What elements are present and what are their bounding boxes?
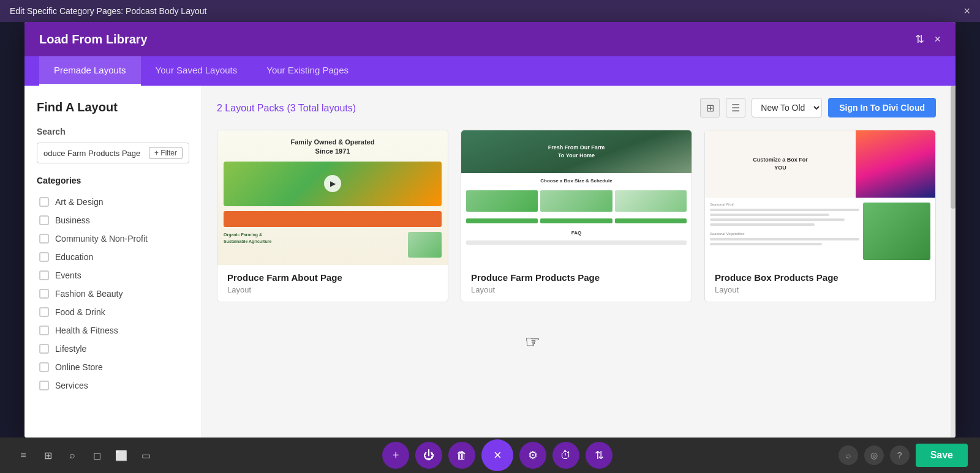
card-image-produce-farm-about: Family Owned & OperatedSince 1971 ▶ Orga… [217,130,448,265]
toolbar-help-button[interactable]: ? [890,445,910,465]
category-checkbox-events[interactable] [39,270,49,280]
category-label: Events [55,270,81,280]
main-content: 2 Layout Packs (3 Total layouts) ⊞ ☰ New… [202,86,951,438]
category-checkbox-lifestyle[interactable] [39,344,49,354]
search-box: + Filter [37,143,189,163]
tab-existing-pages[interactable]: Your Existing Pages [252,56,363,86]
modal-scrollbar-thumb [951,86,956,209]
card-type: Layout [715,285,925,294]
card-info: Produce Farm About Page Layout [217,265,448,302]
sort-select[interactable]: New To Old Old To New A to Z Z to A [752,98,822,117]
category-checkbox-online-store[interactable] [39,362,49,372]
category-checkbox-community[interactable] [39,234,49,244]
card-info: Produce Box Products Page Layout [705,265,935,302]
card-image-produce-box-products: Customize a Box ForYOU Seasonal Fruit [705,130,935,265]
toolbar-add-button[interactable]: + [382,442,409,469]
category-label: Health & Fitness [55,326,118,335]
toolbar-search-button[interactable]: ⌕ [61,444,83,466]
toolbar-center: + ⏻ 🗑 × ⚙ ⏱ ⇅ [382,439,612,471]
category-item-online-store[interactable]: Online Store [37,358,189,376]
card-title: Produce Farm About Page [227,272,438,283]
category-checkbox-food[interactable] [39,307,49,317]
category-item-education[interactable]: Education [37,248,189,266]
toolbar-mobile-button[interactable]: ▭ [135,444,157,466]
sign-in-cloud-button[interactable]: Sign In To Divi Cloud [828,98,936,117]
category-checkbox-health[interactable] [39,326,49,335]
card-title: Produce Farm Products Page [471,272,682,283]
search-label: Search [37,127,189,136]
grid-view-button[interactable]: ⊞ [700,98,720,117]
toolbar-power-button[interactable]: ⏻ [415,442,442,469]
category-label: Community & Non-Profit [55,234,148,244]
category-checkbox-services[interactable] [39,381,49,390]
category-item-art-design[interactable]: Art & Design [37,193,189,211]
bottom-toolbar: ≡ ⊞ ⌕ ◻ ⬜ ▭ + ⏻ 🗑 × ⚙ ⏱ ⇅ ⌕ ◎ ? Save [0,438,980,473]
toolbar-history-button[interactable]: ⏱ [552,442,579,469]
category-item-community[interactable]: Community & Non-Profit [37,229,189,248]
toolbar-left: ≡ ⊞ ⌕ ◻ ⬜ ▭ [12,444,157,466]
modal-close-button[interactable]: × [934,33,941,46]
category-item-food[interactable]: Food & Drink [37,303,189,321]
category-item-events[interactable]: Events [37,266,189,285]
sidebar-title: Find A Layout [37,100,189,114]
toolbar-menu-button[interactable]: ≡ [12,444,34,466]
category-checkbox-fashion[interactable] [39,289,49,299]
card-image-produce-farm-products: Fresh From Our FarmTo Your Home Choose a… [461,130,692,265]
tab-saved-layouts[interactable]: Your Saved Layouts [141,56,252,86]
category-item-health[interactable]: Health & Fitness [37,321,189,340]
modal-scrollbar[interactable] [951,86,956,438]
toolbar-cloud-button[interactable]: ◎ [864,445,884,465]
card-produce-farm-products[interactable]: Fresh From Our FarmTo Your Home Choose a… [461,130,692,302]
title-bar-close-button[interactable]: × [963,5,970,18]
category-item-services[interactable]: Services [37,376,189,395]
category-item-business[interactable]: Business [37,211,189,229]
list-view-button[interactable]: ☰ [726,98,745,117]
sidebar: Find A Layout Search + Filter Categories… [24,86,202,438]
toolbar-right: ⌕ ◎ ? Save [839,444,968,467]
card-title: Produce Box Products Page [715,272,925,283]
search-input[interactable] [43,149,149,158]
cursor-pointer: ☞ [525,332,540,352]
content-header-right: ⊞ ☰ New To Old Old To New A to Z Z to A … [700,98,936,117]
toolbar-layout-button[interactable]: ⇅ [586,442,612,469]
toolbar-desktop-button[interactable]: ◻ [86,444,108,466]
categories-title: Categories [37,176,189,185]
category-label: Fashion & Beauty [55,289,123,299]
card-produce-farm-about[interactable]: Family Owned & OperatedSince 1971 ▶ Orga… [217,130,448,302]
category-label: Business [55,215,90,225]
category-label: Art & Design [55,197,104,207]
category-checkbox-business[interactable] [39,215,49,225]
card-type: Layout [227,285,438,294]
sort-icon[interactable]: ⇅ [915,32,924,46]
content-header: 2 Layout Packs (3 Total layouts) ⊞ ☰ New… [217,98,936,117]
category-checkbox-art-design[interactable] [39,197,49,207]
toolbar-delete-button[interactable]: 🗑 [448,442,475,469]
save-button[interactable]: Save [916,444,968,467]
modal: Load From Library ⇅ × Premade Layouts Yo… [24,22,956,438]
toolbar-grid-button[interactable]: ⊞ [37,444,59,466]
toolbar-search-small-button[interactable]: ⌕ [839,445,858,465]
toolbar-tablet-button[interactable]: ⬜ [110,444,132,466]
modal-header-actions: ⇅ × [915,32,941,46]
card-type: Layout [471,285,682,294]
category-item-fashion[interactable]: Fashion & Beauty [37,285,189,303]
category-label: Online Store [55,362,103,372]
layout-count: 2 Layout Packs (3 Total layouts) [217,102,356,114]
category-item-lifestyle[interactable]: Lifestyle [37,340,189,358]
card-produce-box-products[interactable]: Customize a Box ForYOU Seasonal Fruit [704,130,936,302]
title-bar-text: Edit Specific Category Pages: Podcast Bo… [10,6,206,16]
category-label: Services [55,381,88,390]
filter-button[interactable]: + Filter [149,147,183,159]
modal-header: Load From Library ⇅ × [24,22,956,56]
tab-premade-layouts[interactable]: Premade Layouts [39,56,141,86]
toolbar-close-button[interactable]: × [481,439,513,471]
title-bar: Edit Specific Category Pages: Podcast Bo… [0,0,980,22]
category-checkbox-education[interactable] [39,252,49,262]
modal-tabs: Premade Layouts Your Saved Layouts Your … [24,56,956,86]
modal-body: Find A Layout Search + Filter Categories… [24,86,956,438]
category-label: Lifestyle [55,344,86,354]
card-info: Produce Farm Products Page Layout [461,265,692,302]
cards-grid: Family Owned & OperatedSince 1971 ▶ Orga… [217,130,936,302]
toolbar-settings-button[interactable]: ⚙ [519,442,546,469]
modal-title: Load From Library [39,32,148,47]
